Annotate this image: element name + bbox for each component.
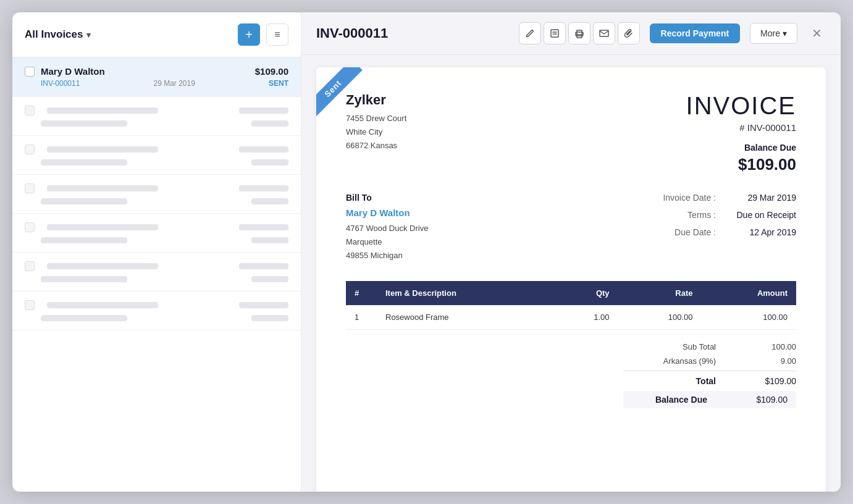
skeleton-row-2 (41, 276, 288, 282)
company-info: Zylker 7455 Drew Court White City 66872 … (346, 92, 406, 153)
skeleton-name (47, 224, 158, 230)
skeleton-status (251, 159, 288, 166)
add-invoice-button[interactable]: + (238, 23, 260, 46)
due-date-row: Due Date : 12 Apr 2019 (599, 227, 796, 237)
grand-total-row: Total $109.00 (623, 371, 796, 386)
print-icon-button[interactable] (568, 22, 590, 44)
svg-rect-5 (600, 30, 608, 36)
right-panel: INV-000011 (301, 12, 841, 492)
skeleton-row (25, 145, 288, 154)
skeleton-row-2 (41, 315, 288, 321)
skeleton-date (41, 315, 127, 321)
totals-section: Sub Total 100.00 Arkansas (9%) 9.00 Tota… (346, 342, 796, 408)
invoice-amount: $109.00 (255, 66, 288, 77)
invoice-number-title: INV-000011 (316, 25, 509, 41)
company-name: Zylker (346, 92, 406, 108)
row-amount: 100.00 (701, 305, 796, 330)
row-num: 1 (346, 305, 377, 330)
invoice-date-value: 29 Mar 2019 (728, 193, 796, 203)
skeleton-name (47, 263, 158, 269)
skeleton-checkbox (25, 145, 35, 154)
skeleton-item-5 (12, 253, 301, 292)
table-header-row: # Item & Description Qty Rate Amount (346, 281, 796, 305)
balance-due-row-label: Balance Due (633, 395, 707, 405)
attach-icon-button[interactable] (618, 22, 640, 44)
tax-label: Arkansas (9%) (642, 356, 716, 366)
invoice-table: # Item & Description Qty Rate Amount 1 R… (346, 281, 796, 330)
invoice-list-item-selected[interactable]: Mary D Walton $109.00 INV-000011 29 Mar … (12, 57, 301, 97)
skeleton-list (12, 97, 301, 492)
skeleton-row (25, 261, 288, 271)
balance-due-label: Balance Due (686, 143, 796, 153)
invoice-item-top: Mary D Walton $109.00 (25, 66, 288, 77)
skeleton-amount (239, 224, 288, 230)
bill-to-address: 4767 Wood Duck Drive Marquette 49855 Mic… (346, 222, 599, 262)
all-invoices-dropdown[interactable]: All Invoices ▾ (25, 28, 91, 41)
skeleton-name (47, 146, 158, 153)
menu-button[interactable]: ≡ (266, 23, 288, 46)
col-header-amount: Amount (701, 281, 796, 305)
skeleton-item-1 (12, 97, 301, 136)
bill-dates-section: Bill To Mary D Walton 4767 Wood Duck Dri… (346, 193, 796, 262)
row-description: Rosewood Frame (377, 305, 552, 330)
skeleton-checkbox (25, 106, 35, 116)
skeleton-amount (239, 107, 288, 114)
invoice-status-badge: SENT (269, 79, 288, 88)
bill-to-address-line1: 4767 Wood Duck Drive (346, 222, 599, 235)
balance-due-row-value: $109.00 (744, 395, 788, 405)
invoice-date: 29 Mar 2019 (153, 79, 195, 88)
more-button[interactable]: More ▾ (750, 23, 797, 44)
skeleton-item-3 (12, 175, 301, 214)
invoice-customer-name: Mary D Walton (41, 66, 105, 77)
skeleton-status (251, 237, 288, 243)
skeleton-row-2 (41, 237, 288, 243)
skeleton-row-2 (41, 198, 288, 204)
all-invoices-label: All Invoices (25, 28, 83, 41)
skeleton-date (41, 120, 127, 127)
skeleton-row-2 (41, 120, 288, 127)
table-row: 1 Rosewood Frame 1.00 100.00 100.00 (346, 305, 796, 330)
row-rate: 100.00 (618, 305, 702, 330)
skeleton-checkbox (25, 183, 35, 193)
col-header-qty: Qty (552, 281, 618, 305)
edit-icon-button[interactable] (519, 22, 541, 44)
download-icon-button[interactable] (544, 22, 566, 44)
skeleton-date (41, 159, 127, 166)
col-header-rate: Rate (618, 281, 702, 305)
subtotal-label: Sub Total (642, 342, 716, 351)
skeleton-item-4 (12, 214, 301, 253)
email-icon-button[interactable] (593, 22, 615, 44)
company-address: 7455 Drew Court White City 66872 Kansas (346, 112, 406, 153)
close-button[interactable]: ✕ (807, 24, 826, 43)
skeleton-amount (239, 302, 288, 308)
invoice-date-label: Invoice Date : (629, 193, 716, 203)
invoice-table-body: 1 Rosewood Frame 1.00 100.00 100.00 (346, 305, 796, 330)
terms-row: Terms : Due on Receipt (599, 210, 796, 220)
invoice-number-label: # INV-000011 (686, 122, 796, 133)
col-header-description: Item & Description (377, 281, 552, 305)
skeleton-date (41, 237, 127, 243)
invoice-content: Sent Zylker 7455 Drew Court White City 6… (301, 55, 841, 492)
more-chevron-icon: ▾ (783, 28, 787, 38)
skeleton-row-2 (41, 159, 288, 166)
header-actions: + ≡ (238, 23, 288, 46)
skeleton-row (25, 300, 288, 310)
company-address-line1: 7455 Drew Court (346, 112, 406, 125)
skeleton-amount (239, 263, 288, 269)
bill-to-address-line3: 49855 Michigan (346, 249, 599, 262)
record-payment-button[interactable]: Record Payment (650, 23, 740, 43)
bill-to-address-line2: Marquette (346, 235, 599, 249)
skeleton-row (25, 222, 288, 232)
tax-row: Arkansas (9%) 9.00 (623, 356, 796, 366)
skeleton-name (47, 185, 158, 191)
skeleton-name (47, 302, 158, 308)
invoice-checkbox[interactable] (25, 67, 35, 77)
toolbar-icons (519, 22, 640, 44)
balance-due-total-row: Balance Due $109.00 (623, 391, 796, 408)
skeleton-status (251, 198, 288, 204)
skeleton-status (251, 276, 288, 282)
company-address-line3: 66872 Kansas (346, 139, 406, 153)
col-header-num: # (346, 281, 377, 305)
invoice-header-section: Zylker 7455 Drew Court White City 66872 … (346, 92, 796, 174)
skeleton-status (251, 120, 288, 127)
